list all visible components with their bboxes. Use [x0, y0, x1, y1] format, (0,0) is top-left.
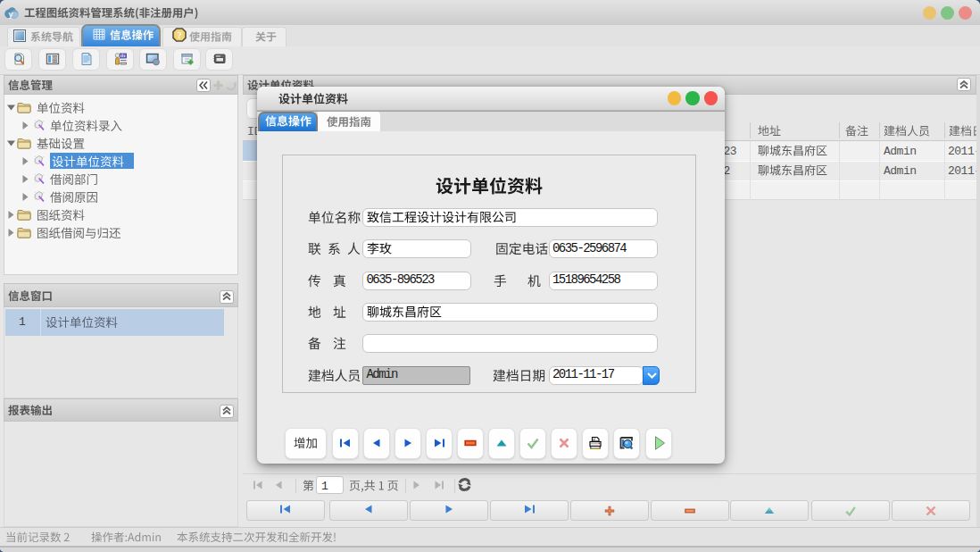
svg-text:y: y [8, 10, 12, 19]
svg-text:?: ? [177, 29, 182, 40]
